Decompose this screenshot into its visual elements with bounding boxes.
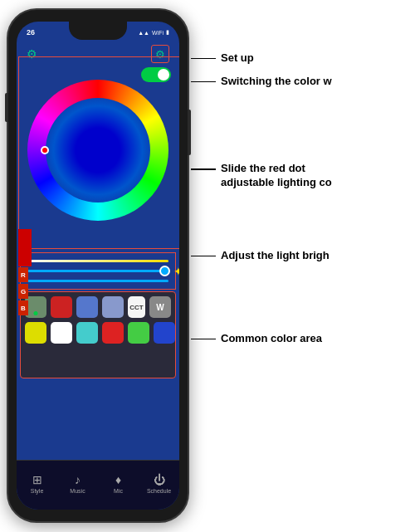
status-time: 26 — [27, 28, 35, 37]
settings-gear-icon: ⚙ — [155, 48, 165, 61]
swatch-red[interactable] — [51, 296, 72, 318]
bottom-nav: ⊞ Style ♪ Music ♦ Mic ⏻ Schedule — [17, 460, 179, 510]
color-dot-indicator[interactable] — [41, 146, 49, 154]
phone-frame: 26 ▲▲ WiFi ▮ ⚙︎ ⚙ — [7, 8, 189, 523]
swatch-navy[interactable] — [154, 322, 175, 344]
red-side-indicator — [18, 229, 32, 266]
swatch-cct[interactable]: CCT — [128, 296, 145, 318]
brightness-slider-track1 — [27, 260, 168, 262]
color-area-label: Common color area — [221, 332, 322, 346]
swatch-red2[interactable] — [102, 322, 124, 344]
sun-icon: ✦ — [173, 265, 179, 278]
nav-schedule[interactable]: ⏻ Schedule — [139, 473, 179, 494]
color-wheel-center — [46, 98, 150, 203]
phone-notch — [69, 22, 127, 40]
brightness-slider-track3 — [27, 280, 168, 282]
wifi-icon: WiFi — [152, 30, 164, 36]
swatches-area: CCT W — [20, 291, 176, 378]
color-area-line — [191, 339, 216, 340]
schedule-icon: ⏻ — [154, 473, 165, 486]
color-wheel[interactable] — [27, 80, 168, 221]
num-r: R — [18, 267, 28, 282]
settings-button[interactable]: ⚙ — [151, 45, 169, 63]
phone-mockup: 26 ▲▲ WiFi ▮ ⚙︎ ⚙ — [7, 8, 189, 523]
brightness-slider-track2: ✦ — [27, 270, 168, 272]
color-area-annotation: Common color area — [191, 332, 322, 346]
app-top-bar: ⚙︎ ⚙ — [17, 41, 179, 66]
setup-line — [191, 58, 216, 60]
color-wheel-area — [17, 55, 179, 246]
switching-line — [191, 81, 216, 83]
left-numbers: R G B — [18, 267, 28, 315]
nav-mic[interactable]: ♦ Mic — [98, 473, 139, 494]
swatch-green2[interactable] — [128, 322, 149, 344]
brightness-line — [191, 256, 216, 257]
mic-icon: ♦ — [115, 473, 121, 486]
switching-label: Switching the color w — [221, 75, 332, 89]
swatch-blue-light[interactable] — [102, 296, 124, 318]
battery-icon: ▮ — [166, 29, 169, 36]
swatch-row-1: CCT W — [25, 296, 171, 318]
nav-mic-label: Mic — [114, 488, 123, 494]
brightness-annotation: Adjust the light brigh — [191, 249, 330, 263]
signal-icon: ▲▲ — [138, 30, 149, 36]
color-toggle[interactable] — [141, 67, 171, 82]
setup-label: Set up — [221, 51, 254, 66]
style-icon: ⊞ — [32, 473, 42, 486]
slide-line — [191, 168, 216, 170]
tune-icon: ⚙︎ — [27, 47, 37, 61]
status-icons: ▲▲ WiFi ▮ — [138, 29, 169, 36]
nav-music[interactable]: ♪ Music — [57, 473, 98, 494]
num-b: B — [18, 300, 28, 315]
swatch-blue-med[interactable] — [76, 296, 98, 318]
annotations-panel: Set up Switching the color w Slide the r… — [191, 8, 411, 523]
nav-style[interactable]: ⊞ Style — [17, 473, 57, 494]
brightness-label: Adjust the light brigh — [221, 249, 330, 263]
slide-label: Slide the red dotadjustable lighting co — [221, 162, 332, 190]
brightness-slider-thumb[interactable] — [159, 266, 170, 276]
brightness-area: ✦ — [20, 252, 176, 290]
toggle-row — [141, 67, 171, 82]
setup-annotation: Set up — [191, 51, 254, 66]
nav-style-label: Style — [31, 488, 44, 494]
nav-schedule-label: Schedule — [147, 488, 171, 494]
num-g: G — [18, 284, 28, 299]
swatch-white[interactable] — [51, 322, 72, 344]
music-icon: ♪ — [75, 473, 81, 486]
swatch-cyan[interactable] — [76, 322, 98, 344]
phone-screen: 26 ▲▲ WiFi ▮ ⚙︎ ⚙ — [17, 22, 179, 510]
nav-music-label: Music — [70, 488, 85, 494]
swatch-row-2 — [25, 322, 171, 344]
slide-annotation: Slide the red dotadjustable lighting co — [191, 162, 332, 190]
switching-annotation: Switching the color w — [191, 75, 332, 89]
swatch-w[interactable]: W — [149, 296, 171, 318]
swatch-yellow[interactable] — [25, 322, 46, 344]
